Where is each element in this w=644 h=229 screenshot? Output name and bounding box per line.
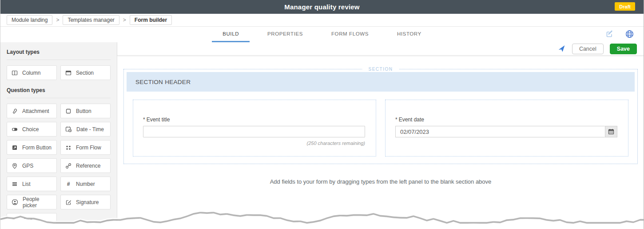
field-label: *Event title bbox=[143, 117, 365, 123]
tile-signature[interactable]: Signature bbox=[60, 195, 111, 209]
page-title: Manager quality review bbox=[284, 3, 359, 11]
tile-people-picker[interactable]: People picker bbox=[7, 195, 57, 209]
tile-label: GPS bbox=[22, 163, 33, 169]
tile-label: List bbox=[22, 181, 31, 187]
list-icon bbox=[12, 181, 18, 187]
layout-types-grid: Column Section bbox=[7, 65, 111, 80]
edit-icon[interactable] bbox=[606, 30, 614, 38]
globe-icon[interactable] bbox=[625, 30, 634, 38]
question-types-heading: Question types bbox=[7, 87, 111, 98]
tile-label: Column bbox=[22, 70, 40, 76]
tile-choice[interactable]: Choice bbox=[7, 122, 57, 137]
tile-date-time[interactable]: Date - Time bbox=[60, 122, 111, 137]
tab-history[interactable]: HISTORY bbox=[386, 27, 432, 42]
tile-attachment[interactable]: Attachment bbox=[7, 104, 57, 118]
tile-section[interactable]: Section bbox=[60, 65, 111, 80]
tab-form-flows[interactable]: FORM FLOWS bbox=[321, 27, 379, 42]
tile-label: Choice bbox=[22, 126, 39, 133]
paperclip-icon bbox=[12, 108, 18, 114]
characters-remaining-hint: (250 characters remaining) bbox=[143, 141, 365, 146]
section-icon bbox=[65, 70, 72, 76]
section-label: SECTION bbox=[362, 67, 399, 72]
column-icon bbox=[12, 70, 18, 76]
tab-build[interactable]: BUILD bbox=[212, 27, 250, 42]
map-pin-icon bbox=[12, 163, 18, 169]
tile-text[interactable]: Text bbox=[7, 213, 57, 228]
field-event-title[interactable]: *Event title (250 characters remaining) bbox=[133, 100, 376, 157]
text-lines-icon bbox=[12, 217, 18, 224]
question-types-grid: Attachment Button Choice bbox=[7, 104, 111, 228]
tile-gps[interactable]: GPS bbox=[7, 158, 57, 173]
layout-types-heading: Layout types bbox=[7, 49, 111, 60]
tile-label: Text bbox=[22, 217, 32, 224]
breadcrumb-separator: > bbox=[56, 17, 59, 23]
cancel-button[interactable]: Cancel bbox=[572, 44, 604, 54]
field-label: *Event date bbox=[395, 117, 617, 123]
tile-list[interactable]: List bbox=[7, 177, 57, 191]
tabs: BUILD PROPERTIES FORM FLOWS HISTORY bbox=[208, 27, 436, 42]
event-title-input[interactable] bbox=[143, 126, 365, 137]
breadcrumb-item-templates-manager[interactable]: Templates manager bbox=[63, 15, 119, 25]
form-canvas: SECTION SECTION HEADER *Event title (250… bbox=[117, 56, 644, 229]
toolbar: Cancel Save bbox=[117, 42, 644, 56]
tab-bar: BUILD PROPERTIES FORM FLOWS HISTORY bbox=[0, 27, 644, 42]
breadcrumb-item-form-builder[interactable]: Form builder bbox=[130, 15, 172, 25]
form-button-icon bbox=[12, 145, 18, 151]
app-window: Manager quality review Draft Module land… bbox=[0, 0, 644, 229]
calendar-icon[interactable] bbox=[605, 126, 617, 137]
tile-label: Attachment bbox=[22, 108, 49, 114]
tile-form-flow[interactable]: Form Flow bbox=[60, 140, 111, 155]
hash-icon: # bbox=[65, 181, 72, 187]
tile-button[interactable]: Button bbox=[60, 104, 111, 118]
status-badge: Draft bbox=[615, 2, 635, 11]
calendar-clock-icon bbox=[65, 126, 72, 133]
toggle-icon bbox=[12, 126, 18, 133]
paper-plane-icon[interactable] bbox=[558, 45, 566, 53]
event-date-input[interactable] bbox=[395, 126, 605, 137]
field-event-date[interactable]: *Event date bbox=[385, 100, 628, 157]
person-icon bbox=[12, 199, 18, 205]
button-icon bbox=[65, 108, 72, 114]
tile-column[interactable]: Column bbox=[7, 65, 57, 80]
tile-label: Section bbox=[76, 70, 94, 76]
tile-label: Date - Time bbox=[76, 126, 104, 133]
section-container[interactable]: SECTION SECTION HEADER *Event title (250… bbox=[123, 69, 638, 164]
tile-label: Reference bbox=[76, 163, 100, 169]
breadcrumb: Module landing > Templates manager > For… bbox=[0, 14, 644, 27]
tab-properties[interactable]: PROPERTIES bbox=[257, 27, 314, 42]
tile-form-button[interactable]: Form Button bbox=[7, 140, 57, 155]
breadcrumb-item-module-landing[interactable]: Module landing bbox=[7, 15, 52, 25]
link-icon bbox=[65, 163, 72, 169]
breadcrumb-separator: > bbox=[123, 17, 126, 23]
signature-icon bbox=[65, 199, 72, 205]
tile-label: People picker bbox=[23, 196, 52, 209]
form-flow-icon bbox=[65, 145, 72, 151]
tile-number[interactable]: # Number bbox=[60, 177, 111, 191]
required-asterisk: * bbox=[143, 117, 145, 123]
title-bar: Manager quality review Draft bbox=[0, 0, 644, 14]
save-button[interactable]: Save bbox=[610, 44, 637, 54]
tile-label: Signature bbox=[76, 199, 99, 205]
drag-hint-text: Add fields to your form by dragging type… bbox=[123, 178, 638, 185]
tile-label: Form Button bbox=[22, 145, 52, 151]
fields-row: *Event title (250 characters remaining) … bbox=[133, 100, 628, 157]
tile-label: Number bbox=[76, 181, 95, 187]
tile-reference[interactable]: Reference bbox=[60, 158, 111, 173]
field-types-panel: Layout types Column Section Question typ… bbox=[0, 42, 117, 229]
required-asterisk: * bbox=[395, 117, 398, 123]
tab-bar-actions bbox=[606, 27, 634, 41]
tile-label: Form Flow bbox=[76, 145, 101, 151]
section-header[interactable]: SECTION HEADER bbox=[127, 72, 635, 92]
form-builder-main: Cancel Save SECTION SECTION HEADER *Even… bbox=[117, 42, 644, 229]
tile-label: Button bbox=[76, 108, 91, 114]
